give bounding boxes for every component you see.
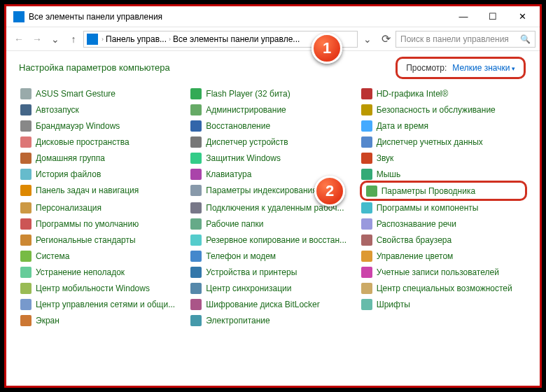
cpl-item-label: Центр синхронизации: [206, 284, 291, 293]
cpl-item[interactable]: Дата и время: [360, 118, 527, 134]
cpl-item-icon: [190, 267, 202, 278]
cpl-item[interactable]: Экран: [19, 312, 186, 328]
crumb-1[interactable]: Панель управ...: [106, 34, 167, 44]
cpl-item-icon: [190, 153, 202, 164]
cpl-item[interactable]: Телефон и модем: [189, 248, 356, 264]
cpl-item-label: Безопасность и обслуживание: [377, 105, 496, 115]
cpl-item-icon: [190, 315, 202, 326]
cpl-item[interactable]: Безопасность и обслуживание: [360, 102, 527, 118]
cpl-item[interactable]: ASUS Smart Gesture: [19, 85, 186, 102]
history-dropdown[interactable]: ⌄: [47, 31, 64, 48]
cpl-item-label: Звук: [377, 153, 394, 163]
cpl-item[interactable]: Центр мобильности Windows: [19, 280, 186, 296]
cpl-item-icon: [361, 283, 372, 294]
refresh-button[interactable]: ⟳: [377, 31, 394, 48]
cpl-item-label: Распознавание речи: [377, 219, 456, 229]
cpl-item[interactable]: Электропитание: [189, 312, 356, 328]
cpl-item[interactable]: Рабочие папки: [189, 216, 356, 232]
cpl-item-label: Учетные записи пользователей: [377, 267, 499, 277]
svg-rect-0: [87, 34, 98, 45]
cpl-item[interactable]: Устранение неполадок: [19, 264, 186, 280]
cpl-item[interactable]: Домашняя группа: [19, 150, 186, 166]
cpl-item-label: Центр мобильности Windows: [36, 284, 150, 293]
cpl-item[interactable]: Программы и компоненты: [360, 200, 527, 216]
crumb-dropdown[interactable]: ⌄: [359, 31, 376, 48]
cpl-item-label: Домашняя группа: [36, 153, 105, 163]
cpl-item[interactable]: Шифрование диска BitLocker: [189, 296, 356, 312]
cpl-item-icon: [20, 120, 31, 132]
forward-button[interactable]: →: [29, 31, 46, 48]
view-label: Просмотр:: [406, 63, 447, 73]
cpl-item[interactable]: Устройства и принтеры: [189, 264, 356, 280]
cpl-item[interactable]: Дисковые пространства: [19, 134, 186, 150]
cpl-item[interactable]: Свойства браузера: [360, 232, 527, 248]
window-title: Все элементы панели управления: [29, 12, 449, 22]
cpl-item[interactable]: Управление цветом: [360, 248, 527, 264]
cpl-item[interactable]: Диспетчер учетных данных: [360, 134, 527, 150]
cpl-item[interactable]: Звук: [360, 150, 527, 166]
maximize-button[interactable]: ☐: [478, 7, 507, 27]
cpl-item[interactable]: Панель задач и навигация: [19, 182, 186, 198]
cpl-item[interactable]: Администрирование: [189, 102, 356, 118]
cpl-item[interactable]: Мышь: [360, 166, 527, 182]
cpl-item[interactable]: Центр управления сетями и общи...: [19, 296, 186, 312]
cpl-item-icon: [20, 202, 31, 214]
close-button[interactable]: ✕: [507, 7, 537, 27]
cpl-item[interactable]: Региональные стандарты: [19, 232, 186, 248]
search-input[interactable]: Поиск в панели управления 🔍: [396, 31, 536, 48]
cpl-item[interactable]: Брандмауэр Windows: [19, 118, 186, 134]
cpl-item[interactable]: Шрифты: [360, 296, 527, 312]
cpl-item[interactable]: Восстановление: [189, 118, 356, 134]
cpl-item-label: Параметры Проводника: [382, 186, 475, 196]
cpl-item-label: Дата и время: [377, 121, 428, 131]
cpl-item-label: История файлов: [36, 169, 101, 179]
cpl-item-icon: [190, 234, 202, 246]
cpl-item[interactable]: Персонализация: [19, 200, 186, 216]
cpl-item-icon: [361, 234, 372, 246]
cpl-item-icon: [190, 299, 202, 310]
cpl-item-icon: [20, 251, 31, 262]
view-selector[interactable]: Просмотр: Мелкие значки: [396, 57, 526, 79]
up-button[interactable]: ↑: [65, 31, 82, 48]
cpl-item[interactable]: Учетные записи пользователей: [360, 264, 527, 280]
crumb-2[interactable]: Все элементы панели управле...: [173, 34, 300, 44]
cpl-item[interactable]: Диспетчер устройств: [189, 134, 356, 150]
highlight-params-provodnika: Параметры Проводника: [360, 181, 527, 201]
search-placeholder: Поиск в панели управления: [400, 34, 509, 44]
cpl-item[interactable]: Резервное копирование и восстан...: [189, 232, 356, 248]
cpl-item[interactable]: История файлов: [19, 166, 186, 182]
cpl-item[interactable]: Центр синхронизации: [189, 280, 356, 296]
cpl-item-icon: [190, 218, 202, 230]
cpl-item-label: ASUS Smart Gesture: [36, 89, 115, 99]
cpl-item-icon: [190, 120, 202, 132]
cpl-item[interactable]: Автозапуск: [19, 102, 186, 118]
cpl-item-label: Программы и компоненты: [377, 203, 479, 213]
cpl-item-icon: [361, 218, 372, 230]
cpl-item-icon: [20, 104, 31, 115]
cpl-item-icon: [361, 202, 372, 214]
cpl-item-icon: [361, 88, 372, 99]
cpl-item[interactable]: Параметры Проводника: [365, 183, 522, 198]
cpl-item-icon: [190, 185, 202, 196]
cpl-item-label: Брандмауэр Windows: [36, 121, 120, 131]
cpl-item[interactable]: Flash Player (32 бита): [189, 85, 356, 102]
cpl-item-label: Устройства и принтеры: [206, 267, 297, 277]
cpl-item[interactable]: Система: [19, 248, 186, 264]
cpl-item-label: Flash Player (32 бита): [206, 89, 290, 99]
cpl-item[interactable]: Центр специальных возможностей: [360, 280, 527, 296]
cpl-item-icon: [361, 153, 372, 164]
cpl-item[interactable]: Программы по умолчанию: [19, 216, 186, 232]
cpl-item[interactable]: Распознавание речи: [360, 216, 527, 232]
cpl-item[interactable]: HD-графика Intel®: [360, 85, 527, 102]
cpl-item-label: Управление цветом: [377, 251, 454, 261]
cpl-item-icon: [20, 169, 31, 180]
minimize-button[interactable]: —: [449, 7, 478, 27]
back-button[interactable]: ←: [10, 31, 27, 48]
cpl-item-label: Диспетчер устройств: [206, 137, 288, 147]
titlebar: Все элементы панели управления — ☐ ✕: [6, 6, 540, 27]
cpl-item-label: Диспетчер учетных данных: [377, 137, 483, 147]
view-value[interactable]: Мелкие значки: [452, 63, 515, 73]
cpl-item-icon: [366, 186, 377, 197]
cpl-item-icon: [190, 136, 202, 148]
cpl-item[interactable]: Защитник Windows: [189, 150, 356, 166]
